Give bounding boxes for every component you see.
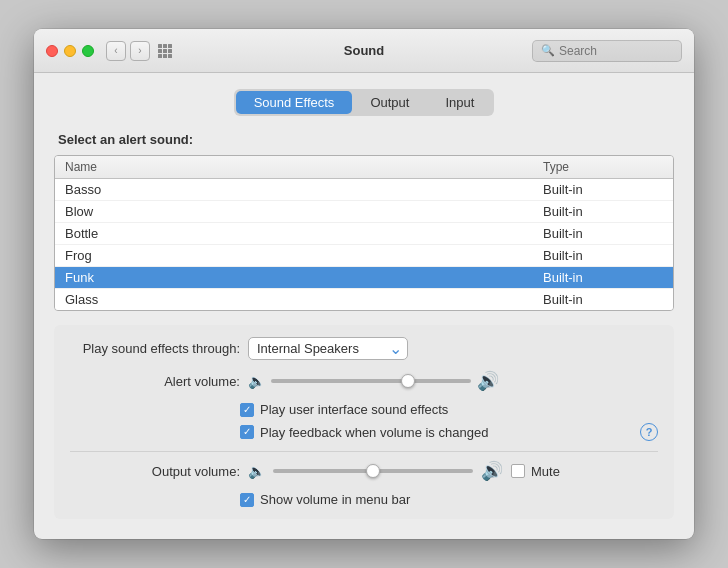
maximize-button[interactable]	[82, 45, 94, 57]
row-type: Built-in	[543, 226, 663, 241]
grid-button[interactable]	[154, 40, 176, 62]
mute-wrapper: Mute	[511, 464, 560, 479]
row-type: Built-in	[543, 204, 663, 219]
checkmark-icon: ✓	[243, 427, 251, 437]
row-type: Built-in	[543, 292, 663, 307]
play-through-label: Play sound effects through:	[70, 341, 240, 356]
volume-high-icon: 🔊	[481, 460, 503, 482]
sound-table: Name Type Basso Built-in Blow Built-in B…	[54, 155, 674, 311]
col-name: Name	[65, 160, 543, 174]
tab-sound-effects[interactable]: Sound Effects	[236, 91, 353, 114]
table-row[interactable]: Glass Built-in	[55, 289, 673, 310]
show-volume-label: Show volume in menu bar	[260, 492, 410, 507]
speaker-select-wrapper: Internal Speakers ⌄	[248, 337, 408, 360]
divider	[70, 451, 658, 452]
checkbox-row-1: ✓ Play user interface sound effects	[240, 402, 658, 417]
content-area: Sound Effects Output Input Select an ale…	[34, 73, 694, 539]
ui-sounds-label: Play user interface sound effects	[260, 402, 448, 417]
search-input[interactable]	[559, 44, 673, 58]
row-type: Built-in	[543, 182, 663, 197]
row-name: Basso	[65, 182, 543, 197]
output-controls: 🔈 🔊 Mute	[248, 460, 560, 482]
ui-sounds-row: ✓ Play user interface sound effects	[240, 402, 448, 417]
checkmark-icon: ✓	[243, 405, 251, 415]
alert-volume-row: Alert volume: 🔈 🔊	[70, 370, 658, 392]
nav-buttons: ‹ ›	[106, 41, 150, 61]
tabs: Sound Effects Output Input	[234, 89, 495, 116]
feedback-volume-row: ✓ Play feedback when volume is changed	[240, 425, 640, 440]
grid-icon	[158, 44, 172, 58]
table-row[interactable]: Bottle Built-in	[55, 223, 673, 245]
controls-section: Play sound effects through: Internal Spe…	[54, 325, 674, 519]
tab-input[interactable]: Input	[427, 91, 492, 114]
table-body: Basso Built-in Blow Built-in Bottle Buil…	[55, 179, 673, 310]
output-volume-label: Output volume:	[70, 464, 240, 479]
mute-label: Mute	[531, 464, 560, 479]
show-volume-row: ✓ Show volume in menu bar	[240, 492, 658, 507]
show-volume-checkbox[interactable]: ✓	[240, 493, 254, 507]
play-through-row: Play sound effects through: Internal Spe…	[70, 337, 658, 360]
mute-checkbox[interactable]	[511, 464, 525, 478]
close-button[interactable]	[46, 45, 58, 57]
output-volume-slider[interactable]	[273, 469, 473, 473]
traffic-lights	[46, 45, 94, 57]
table-row[interactable]: Blow Built-in	[55, 201, 673, 223]
table-header: Name Type	[55, 156, 673, 179]
alert-volume-label: Alert volume:	[70, 374, 240, 389]
output-volume-row: Output volume: 🔈 🔊 Mute	[70, 460, 658, 482]
row-type: Built-in	[543, 248, 663, 263]
feedback-volume-checkbox[interactable]: ✓	[240, 425, 254, 439]
alert-volume-slider-container: 🔈 🔊	[248, 370, 499, 392]
tabs-container: Sound Effects Output Input	[54, 89, 674, 116]
row-type: Built-in	[543, 270, 663, 285]
table-row[interactable]: Basso Built-in	[55, 179, 673, 201]
col-type: Type	[543, 160, 663, 174]
back-button[interactable]: ‹	[106, 41, 126, 61]
row-name: Blow	[65, 204, 543, 219]
tab-output[interactable]: Output	[352, 91, 427, 114]
search-icon: 🔍	[541, 44, 555, 57]
help-button[interactable]: ?	[640, 423, 658, 441]
volume-low-icon: 🔈	[248, 463, 265, 479]
window-title: Sound	[344, 43, 384, 58]
row-name: Funk	[65, 270, 543, 285]
table-row[interactable]: Frog Built-in	[55, 245, 673, 267]
alert-volume-slider[interactable]	[271, 379, 471, 383]
table-row-selected[interactable]: Funk Built-in	[55, 267, 673, 289]
forward-button[interactable]: ›	[130, 41, 150, 61]
checkmark-icon: ✓	[243, 495, 251, 505]
volume-high-icon: 🔊	[477, 370, 499, 392]
show-volume-checkbox-row: ✓ Show volume in menu bar	[240, 492, 410, 507]
row-name: Frog	[65, 248, 543, 263]
main-window: ‹ › Sound 🔍 Sound Effects Output Input	[34, 29, 694, 539]
ui-sounds-checkbox[interactable]: ✓	[240, 403, 254, 417]
speaker-select[interactable]: Internal Speakers	[248, 337, 408, 360]
search-bar[interactable]: 🔍	[532, 40, 682, 62]
feedback-volume-label: Play feedback when volume is changed	[260, 425, 488, 440]
title-bar: ‹ › Sound 🔍	[34, 29, 694, 73]
minimize-button[interactable]	[64, 45, 76, 57]
row-name: Bottle	[65, 226, 543, 241]
checkbox-row-2: ✓ Play feedback when volume is changed ?	[240, 423, 658, 441]
row-name: Glass	[65, 292, 543, 307]
volume-low-icon: 🔈	[248, 373, 265, 389]
section-label: Select an alert sound:	[58, 132, 674, 147]
